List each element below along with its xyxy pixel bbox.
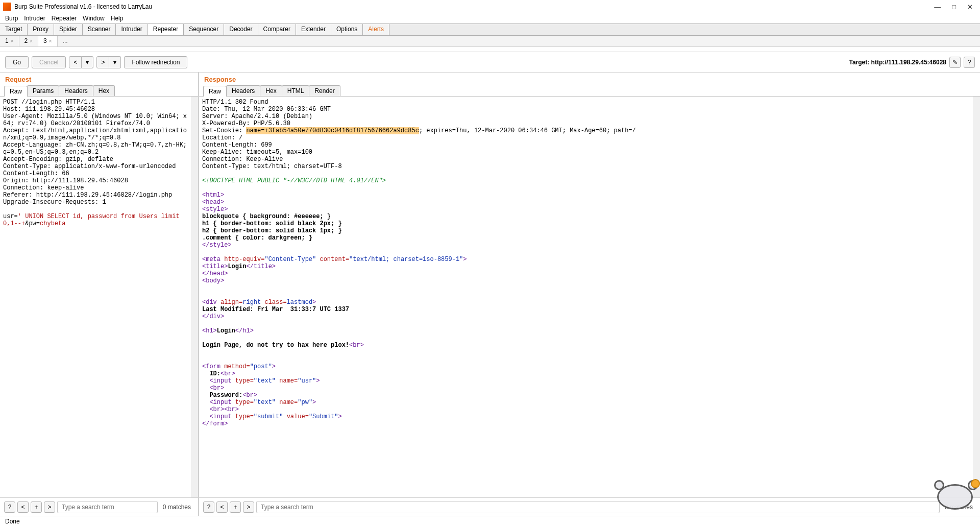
request-search-bar: ? < + > 0 matches xyxy=(0,497,198,516)
subtab-more[interactable]: ... xyxy=(58,36,73,46)
tab-decoder[interactable]: Decoder xyxy=(224,24,258,35)
repeater-sub-tabs: 1× 2× 3× ... xyxy=(0,36,980,47)
subtab-2[interactable]: 2× xyxy=(19,36,39,46)
edit-target-button[interactable]: ✎ xyxy=(949,57,961,68)
mascot-overlay xyxy=(933,481,979,517)
status-text: Done xyxy=(5,518,20,525)
request-tab-headers[interactable]: Headers xyxy=(59,85,93,96)
highlighted-cookie: name=+3fab54a50e770d830c0416df8175676662… xyxy=(246,127,419,134)
response-tab-headers[interactable]: Headers xyxy=(226,85,260,96)
app-icon xyxy=(3,3,11,11)
close-icon[interactable]: × xyxy=(30,38,33,44)
close-icon[interactable]: × xyxy=(49,38,52,44)
window-controls: — □ ✕ xyxy=(934,3,977,11)
menu-window[interactable]: Window xyxy=(81,15,107,22)
request-editor[interactable]: POST //login.php HTTP/1.1 Host: 111.198.… xyxy=(0,97,198,497)
help-button[interactable]: ? xyxy=(964,57,975,68)
menu-help[interactable]: Help xyxy=(109,15,126,22)
tab-comparer[interactable]: Comparer xyxy=(258,24,296,35)
menu-repeater[interactable]: Repeater xyxy=(50,15,79,22)
tab-alerts[interactable]: Alerts xyxy=(363,24,389,35)
tab-repeater[interactable]: Repeater xyxy=(148,24,184,35)
status-bar: Done xyxy=(0,516,980,526)
subtab-1[interactable]: 1× xyxy=(0,36,19,46)
search-next-button[interactable]: > xyxy=(44,501,55,513)
target-label: Target: http://111.198.29.45:46028 xyxy=(849,59,946,66)
search-matches: 0 matches xyxy=(160,504,194,511)
search-help-button[interactable]: ? xyxy=(4,501,15,513)
search-prev-button[interactable]: < xyxy=(17,501,29,513)
request-tab-raw[interactable]: Raw xyxy=(4,86,28,97)
close-icon[interactable]: × xyxy=(11,38,14,44)
tab-target[interactable]: Target xyxy=(0,24,28,35)
response-header: Response xyxy=(199,73,980,85)
window-title: Burp Suite Professional v1.6 - licensed … xyxy=(14,3,934,10)
request-pane: Request Raw Params Headers Hex POST //lo… xyxy=(0,73,199,516)
tab-spider[interactable]: Spider xyxy=(54,24,83,35)
search-add-button[interactable]: + xyxy=(230,501,241,513)
menu-intruder[interactable]: Intruder xyxy=(22,15,47,22)
minimize-button[interactable]: — xyxy=(934,3,941,11)
tab-intruder[interactable]: Intruder xyxy=(116,24,148,35)
tab-proxy[interactable]: Proxy xyxy=(28,24,54,35)
response-inner-tabs: Raw Headers Hex HTML Render xyxy=(199,85,980,97)
history-forward-dropdown[interactable]: ▾ xyxy=(109,56,121,68)
pencil-icon: ✎ xyxy=(952,59,958,66)
search-input[interactable] xyxy=(57,501,158,513)
subtab-3[interactable]: 3× xyxy=(38,36,58,46)
cancel-button[interactable]: Cancel xyxy=(32,56,66,68)
help-icon: ? xyxy=(968,59,971,66)
main-tabs: Target Proxy Spider Scanner Intruder Rep… xyxy=(0,23,980,36)
request-tab-params[interactable]: Params xyxy=(27,85,59,96)
gear-icon xyxy=(971,479,980,488)
response-tab-render[interactable]: Render xyxy=(309,85,340,96)
menu-burp[interactable]: Burp xyxy=(3,15,20,22)
response-tab-html[interactable]: HTML xyxy=(282,85,310,96)
response-tab-raw[interactable]: Raw xyxy=(203,86,227,97)
tab-scanner[interactable]: Scanner xyxy=(83,24,116,35)
maximize-button[interactable]: □ xyxy=(952,3,956,11)
search-prev-button[interactable]: < xyxy=(216,501,228,513)
request-tab-hex[interactable]: Hex xyxy=(93,85,115,96)
search-next-button[interactable]: > xyxy=(243,501,254,513)
menubar: Burp Intruder Repeater Window Help xyxy=(0,13,980,23)
response-pane: Response Raw Headers Hex HTML Render HTT… xyxy=(199,73,980,516)
titlebar: Burp Suite Professional v1.6 - licensed … xyxy=(0,0,980,13)
follow-redirection-button[interactable]: Follow redirection xyxy=(124,56,187,68)
response-search-bar: ? < + > 0 matches xyxy=(199,497,980,516)
content-split: Request Raw Params Headers Hex POST //lo… xyxy=(0,73,980,516)
request-inner-tabs: Raw Params Headers Hex xyxy=(0,85,198,97)
tab-sequencer[interactable]: Sequencer xyxy=(184,24,224,35)
repeater-toolbar: Go Cancel < ▾ > ▾ Follow redirection Tar… xyxy=(0,52,980,73)
tab-extender[interactable]: Extender xyxy=(296,24,331,35)
close-button[interactable]: ✕ xyxy=(967,3,973,11)
tab-options[interactable]: Options xyxy=(331,24,363,35)
response-tab-hex[interactable]: Hex xyxy=(260,85,282,96)
request-header: Request xyxy=(0,73,198,85)
go-button[interactable]: Go xyxy=(5,56,29,68)
response-editor[interactable]: HTTP/1.1 302 Found Date: Thu, 12 Mar 202… xyxy=(199,97,980,497)
history-forward-group: > ▾ xyxy=(96,56,121,68)
search-input[interactable] xyxy=(256,501,940,513)
history-forward-button[interactable]: > xyxy=(96,56,109,68)
history-back-button[interactable]: < xyxy=(69,56,82,68)
search-add-button[interactable]: + xyxy=(31,501,42,513)
divider xyxy=(0,47,980,52)
history-back-group: < ▾ xyxy=(69,56,93,68)
history-back-dropdown[interactable]: ▾ xyxy=(82,56,93,68)
search-help-button[interactable]: ? xyxy=(203,501,214,513)
